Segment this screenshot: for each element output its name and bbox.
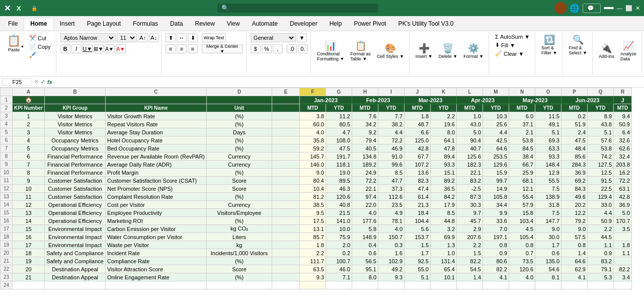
data-cell[interactable]: 10 xyxy=(13,185,45,193)
data-cell[interactable]: Operational Efficiency xyxy=(45,217,106,225)
empty-cell[interactable] xyxy=(535,281,561,289)
data-cell[interactable]: 2.2 xyxy=(588,225,614,233)
data-cell[interactable]: Safety and Compliance xyxy=(45,257,106,265)
align-top-button[interactable]: ⬆ xyxy=(166,33,176,42)
data-cell[interactable]: Online Engagement Rate xyxy=(105,273,206,281)
data-cell[interactable]: 87.3 xyxy=(457,193,483,201)
tab-help[interactable]: Help xyxy=(324,18,348,29)
data-cell[interactable]: 9.4 xyxy=(614,112,632,120)
cell-r2[interactable]: MTD xyxy=(614,104,632,112)
data-cell[interactable]: 9 xyxy=(13,177,45,185)
data-cell[interactable]: kg CO₂ xyxy=(207,225,272,233)
data-cell[interactable]: 4.4 xyxy=(588,209,614,217)
data-cell[interactable]: 3.5 xyxy=(614,225,632,233)
percent-button[interactable]: % xyxy=(262,44,272,53)
data-cell[interactable]: Complaint Resolution Rate xyxy=(105,193,206,201)
data-cell[interactable]: 13.6 xyxy=(405,169,431,177)
data-cell[interactable]: 5.0 xyxy=(457,128,483,136)
data-cell[interactable]: 59.2 xyxy=(300,144,326,153)
data-cell[interactable]: 78.1 xyxy=(378,217,405,225)
data-cell[interactable]: 10.0 xyxy=(326,225,352,233)
row-num-8[interactable]: 8 xyxy=(1,153,13,161)
data-cell[interactable]: 197.1 xyxy=(483,233,509,241)
data-cell[interactable]: (%) xyxy=(207,217,272,225)
data-cell[interactable]: 44.8 xyxy=(431,217,457,225)
data-cell[interactable]: 62.6 xyxy=(614,144,632,153)
data-cell[interactable]: 73.5 xyxy=(509,257,535,265)
data-cell[interactable]: 69.2 xyxy=(561,177,588,185)
data-cell[interactable]: (%) xyxy=(207,136,272,144)
cut-button[interactable]: ✂️ Cut xyxy=(27,34,53,42)
data-cell[interactable]: 46.0 xyxy=(326,265,352,273)
data-cell[interactable]: 85.6 xyxy=(561,153,588,161)
data-cell[interactable]: 54.6 xyxy=(535,265,561,273)
data-cell[interactable]: 15.1 xyxy=(431,169,457,177)
data-cell[interactable]: 81.2 xyxy=(300,193,326,201)
tab-review[interactable]: Review xyxy=(189,18,220,29)
data-cell[interactable]: 20 xyxy=(13,265,45,273)
formula-input[interactable] xyxy=(54,79,642,85)
cell-q2[interactable]: YTD xyxy=(588,104,614,112)
row-num-12[interactable]: 12 xyxy=(1,185,13,193)
data-cell[interactable]: 53.8 xyxy=(588,144,614,153)
cell-n1[interactable]: May-2023 xyxy=(509,96,561,104)
increase-decimal-button[interactable]: .0 xyxy=(287,44,297,53)
data-cell[interactable]: 20.2 xyxy=(561,201,588,209)
data-cell[interactable]: 100.7 xyxy=(326,257,352,265)
data-cell[interactable]: 4.0 xyxy=(509,273,535,281)
data-cell[interactable]: 75.9 xyxy=(326,233,352,241)
data-cell[interactable]: 37.1 xyxy=(509,120,535,128)
data-cell[interactable]: 30.3 xyxy=(457,201,483,209)
data-cell[interactable]: Days xyxy=(207,128,272,136)
row-num-2[interactable]: 2 xyxy=(1,104,13,112)
data-cell[interactable]: 19.6 xyxy=(431,120,457,128)
tab-automate[interactable]: Automate xyxy=(246,18,284,29)
data-cell[interactable]: 0.8 xyxy=(509,241,535,249)
cell-g2[interactable]: YTD xyxy=(326,104,352,112)
data-cell[interactable]: 8.0 xyxy=(352,273,378,281)
data-cell[interactable]: 80.4 xyxy=(300,177,326,185)
data-cell[interactable]: 3.8 xyxy=(300,112,326,120)
data-cell[interactable]: 50.9 xyxy=(588,217,614,225)
data-cell[interactable]: 93.3 xyxy=(431,161,457,169)
data-cell[interactable]: 103.4 xyxy=(509,217,535,225)
data-cell[interactable]: 64.6 xyxy=(483,144,509,153)
data-cell[interactable]: 7.6 xyxy=(352,112,378,120)
data-cell[interactable]: 2.0 xyxy=(326,241,352,249)
col-header-A[interactable]: A xyxy=(13,88,45,96)
data-cell[interactable]: 125.6 xyxy=(457,153,483,161)
data-cell[interactable]: 17.5 xyxy=(300,217,326,225)
data-cell[interactable] xyxy=(272,209,300,217)
data-cell[interactable]: 253.5 xyxy=(483,153,509,161)
empty-cell[interactable] xyxy=(326,281,352,289)
data-cell[interactable]: 120.6 xyxy=(509,265,535,273)
empty-cell[interactable] xyxy=(13,281,45,289)
data-cell[interactable]: 0.2 xyxy=(326,249,352,257)
data-cell[interactable]: 37.3 xyxy=(378,185,405,193)
data-cell[interactable]: 2 xyxy=(13,120,45,128)
data-cell[interactable]: 182.3 xyxy=(457,161,483,169)
conditional-formatting-button[interactable]: 📊 ConditionalFormatting ▼ xyxy=(315,39,346,62)
data-cell[interactable]: 0.8 xyxy=(483,241,509,249)
cell-a2[interactable]: KPI Number xyxy=(13,104,45,112)
data-cell[interactable]: 19 xyxy=(13,257,45,265)
data-cell[interactable]: 9.0 xyxy=(300,169,326,177)
cell-k2[interactable]: YTD xyxy=(431,104,457,112)
data-cell[interactable]: 14.9 xyxy=(483,185,509,193)
data-cell[interactable]: 82.2 xyxy=(483,265,509,273)
data-cell[interactable]: Liters xyxy=(207,233,272,241)
data-cell[interactable]: Visitor Metrics xyxy=(45,120,106,128)
data-cell[interactable]: 1.5 xyxy=(405,241,431,249)
data-cell[interactable]: 148.4 xyxy=(535,161,561,169)
data-cell[interactable]: kg xyxy=(207,241,272,249)
data-cell[interactable]: 104.4 xyxy=(405,217,431,225)
row-num-14[interactable]: 14 xyxy=(1,201,13,209)
share-button[interactable] xyxy=(604,7,614,9)
data-cell[interactable]: 129.4 xyxy=(588,193,614,201)
row-num-13[interactable]: 13 xyxy=(1,193,13,201)
data-cell[interactable]: (%) xyxy=(207,273,272,281)
data-cell[interactable]: 2.2 xyxy=(431,112,457,120)
data-cell[interactable]: 1.1 xyxy=(588,241,614,249)
col-header-B[interactable]: B xyxy=(45,88,106,96)
data-cell[interactable]: Currency xyxy=(207,153,272,161)
